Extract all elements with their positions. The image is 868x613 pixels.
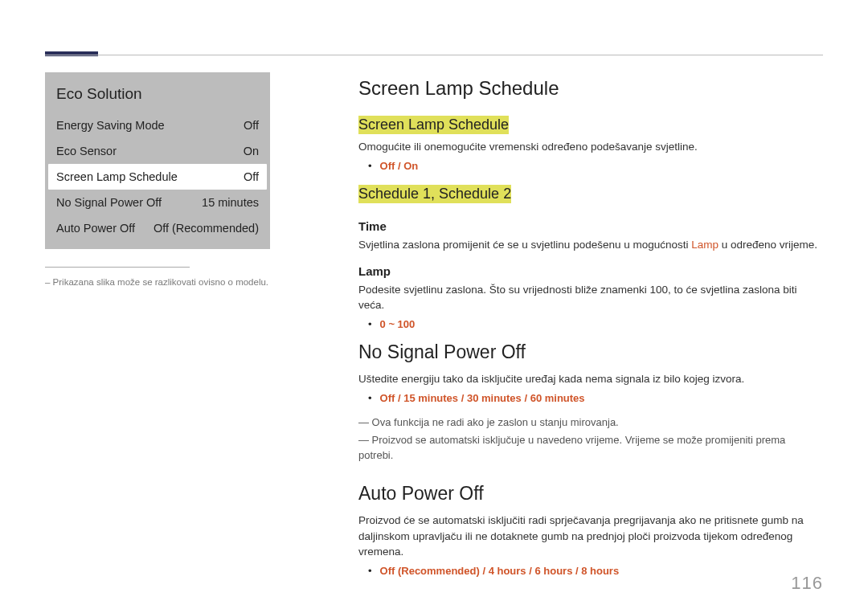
sls-description: Omogućite ili onemogućite vremenski odre… bbox=[358, 139, 823, 155]
section-heading-auto-power-off: Auto Power Off bbox=[358, 483, 823, 505]
menu-row-auto-power-off[interactable]: Auto Power Off Off (Recommended) bbox=[45, 215, 270, 241]
menu-value: Off (Recommended) bbox=[154, 222, 259, 235]
footnote-text: – Prikazana slika može se razlikovati ov… bbox=[45, 277, 270, 287]
menu-row-screen-lamp-schedule[interactable]: Screen Lamp Schedule Off bbox=[48, 164, 267, 190]
menu-label: Screen Lamp Schedule bbox=[56, 170, 178, 183]
option-nspo: Off / 15 minutes / 30 minutes / 60 minut… bbox=[380, 392, 585, 404]
menu-label: Energy Saving Mode bbox=[56, 119, 165, 132]
lamp-heading: Lamp bbox=[358, 264, 823, 278]
apo-option: Off (Recommended) / 4 hours / 6 hours / … bbox=[368, 565, 823, 577]
menu-value: Off bbox=[244, 170, 259, 183]
nspo-note-1: ― Ova funkcija ne radi ako je zaslon u s… bbox=[358, 415, 823, 431]
left-column: Eco Solution Energy Saving Mode Off Eco … bbox=[45, 72, 270, 588]
menu-label: Eco Sensor bbox=[56, 145, 117, 157]
subheading-schedule-1-2: Schedule 1, Schedule 2 bbox=[358, 185, 511, 203]
menu-row-energy-saving[interactable]: Energy Saving Mode Off bbox=[45, 112, 270, 138]
option-0-100: 0 ~ 100 bbox=[380, 318, 416, 330]
right-column: Screen Lamp Schedule Screen Lamp Schedul… bbox=[358, 72, 823, 588]
menu-value: On bbox=[244, 145, 259, 157]
option-off-on: Off / On bbox=[380, 160, 419, 172]
nspo-option: Off / 15 minutes / 30 minutes / 60 minut… bbox=[368, 392, 823, 404]
lamp-options-list: 0 ~ 100 bbox=[368, 318, 823, 330]
nspo-description: Uštedite energiju tako da isključite ure… bbox=[358, 371, 823, 387]
subheading-screen-lamp-schedule: Screen Lamp Schedule bbox=[358, 116, 509, 134]
apo-description: Proizvod će se automatski isključiti rad… bbox=[358, 513, 823, 560]
section-heading-no-signal-power-off: No Signal Power Off bbox=[358, 341, 823, 363]
menu-label: Auto Power Off bbox=[56, 222, 135, 235]
time-heading: Time bbox=[358, 219, 823, 233]
page-container: Eco Solution Energy Saving Mode Off Eco … bbox=[45, 72, 823, 588]
menu-row-eco-sensor[interactable]: Eco Sensor On bbox=[45, 138, 270, 164]
menu-value: 15 minutes bbox=[202, 196, 259, 209]
lamp-option: 0 ~ 100 bbox=[368, 318, 823, 330]
time-desc-lamp: Lamp bbox=[691, 239, 719, 251]
time-desc-pre: Svjetlina zaslona promijenit će se u svj… bbox=[358, 239, 691, 251]
nspo-note-2: ― Proizvod se automatski isključuje u na… bbox=[358, 433, 823, 464]
eco-solution-menu: Eco Solution Energy Saving Mode Off Eco … bbox=[45, 72, 270, 249]
nspo-options-list: Off / 15 minutes / 30 minutes / 60 minut… bbox=[368, 392, 823, 404]
header-divider bbox=[45, 55, 823, 55]
option-apo: Off (Recommended) / 4 hours / 6 hours / … bbox=[380, 565, 620, 577]
lamp-description: Podesite svjetlinu zaslona. Što su vrije… bbox=[358, 282, 823, 313]
menu-row-no-signal-power-off[interactable]: No Signal Power Off 15 minutes bbox=[45, 190, 270, 215]
apo-options-list: Off (Recommended) / 4 hours / 6 hours / … bbox=[368, 565, 823, 577]
time-description: Svjetlina zaslona promijenit će se u svj… bbox=[358, 237, 823, 253]
page-number: 116 bbox=[791, 573, 823, 594]
footnote-divider bbox=[45, 267, 190, 268]
section-heading-screen-lamp-schedule: Screen Lamp Schedule bbox=[358, 77, 823, 100]
menu-title: Eco Solution bbox=[45, 72, 270, 112]
menu-value: Off bbox=[244, 119, 259, 132]
sls-option: Off / On bbox=[368, 160, 823, 172]
time-desc-post: u određeno vrijeme. bbox=[719, 239, 817, 251]
menu-label: No Signal Power Off bbox=[56, 196, 162, 209]
sls-options-list: Off / On bbox=[368, 160, 823, 172]
header-accent-bar bbox=[45, 51, 98, 56]
